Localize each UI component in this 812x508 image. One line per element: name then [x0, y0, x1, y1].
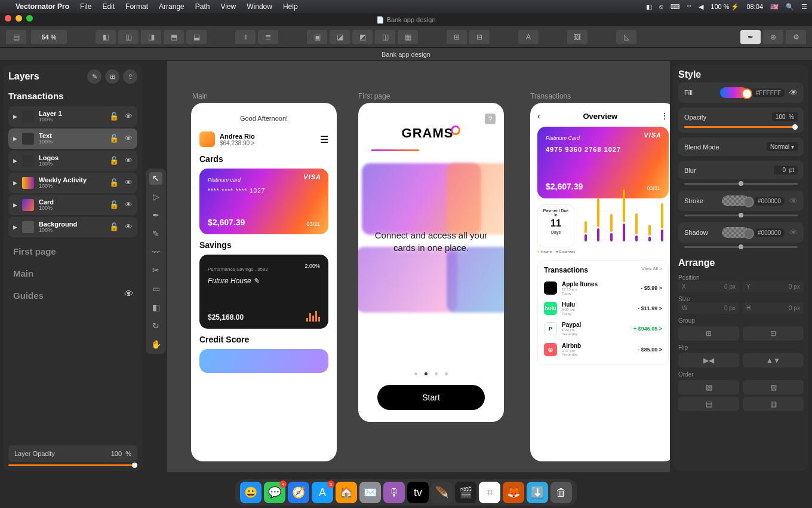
- layer-row[interactable]: ▶ Card 100% 🔓👁: [8, 195, 137, 215]
- stroke-swatch[interactable]: [722, 195, 749, 206]
- keyboard-icon[interactable]: ⌨: [670, 3, 680, 11]
- lock-icon[interactable]: 🔓: [109, 134, 119, 143]
- flip-h-btn[interactable]: ▶◀: [678, 353, 739, 368]
- brush-tool[interactable]: 〰: [149, 246, 162, 258]
- image-button[interactable]: 🖼: [567, 30, 588, 44]
- order-back-btn[interactable]: ▧: [678, 380, 739, 394]
- style-tab-button[interactable]: ✒: [740, 30, 761, 44]
- settings-button[interactable]: ⚙: [786, 30, 806, 44]
- dock-app[interactable]: tv: [407, 482, 429, 503]
- visibility-icon[interactable]: 👁: [125, 200, 133, 209]
- shadow-slider[interactable]: [684, 246, 798, 248]
- layers-section-title[interactable]: Transactions: [8, 91, 137, 101]
- ungroup-button[interactable]: ⊟: [469, 30, 490, 44]
- blend-select[interactable]: Normal ▾: [767, 142, 798, 151]
- align-left-button[interactable]: ◧: [96, 30, 116, 44]
- select-tool[interactable]: ↖: [149, 172, 162, 185]
- size-w-field[interactable]: W0 px: [678, 302, 739, 314]
- order-front-btn[interactable]: ▨: [743, 380, 804, 394]
- menu-edit[interactable]: Edit: [102, 2, 115, 11]
- dock-app[interactable]: ⌗: [479, 482, 500, 503]
- bool-exclude-button[interactable]: ◫: [375, 30, 395, 44]
- hand-tool[interactable]: ✋: [149, 338, 162, 350]
- expand-icon[interactable]: ▶: [13, 202, 17, 208]
- add-button[interactable]: ⊕: [763, 30, 783, 44]
- layer-row[interactable]: ▶ Weekly Activity 100% 🔓👁: [8, 173, 137, 193]
- dock-app[interactable]: 🧭: [288, 482, 309, 503]
- distribute-h-button[interactable]: ⦀: [235, 30, 256, 44]
- close-window-icon[interactable]: [5, 15, 11, 22]
- visibility-icon[interactable]: 👁: [125, 156, 133, 165]
- app-name[interactable]: Vectornator Pro: [16, 2, 69, 11]
- canvas[interactable]: Main First page Transactions Good Aftern…: [167, 61, 670, 472]
- expand-icon[interactable]: ▶: [13, 114, 17, 120]
- align-top-button[interactable]: ⬒: [164, 30, 184, 44]
- traffic-lights[interactable]: [5, 15, 33, 22]
- dock-app[interactable]: 🪶: [431, 482, 453, 503]
- layer-row[interactable]: ▶ Background 100% 🔓👁: [8, 217, 137, 237]
- bool-intersect-button[interactable]: ◩: [352, 30, 373, 44]
- layer-row[interactable]: ▶ Layer 1 100% 🔓👁: [8, 106, 137, 127]
- dock-app[interactable]: A5: [312, 482, 333, 503]
- artboard-label-tx[interactable]: Transactions: [530, 92, 571, 100]
- distribute-v-button[interactable]: ≣: [258, 30, 278, 44]
- fill-visibility-icon[interactable]: 👁: [789, 88, 798, 97]
- artboard-transactions[interactable]: ‹ Overview ⋮ VISA Platinum Card 4975 936…: [530, 103, 670, 461]
- menu-arrange[interactable]: Arrange: [159, 2, 184, 11]
- lock-icon[interactable]: 🔓: [109, 156, 119, 165]
- expand-icon[interactable]: ▶: [13, 224, 17, 230]
- visibility-icon[interactable]: 👁: [125, 134, 133, 143]
- fill-hex[interactable]: #FFFFFF: [752, 88, 785, 97]
- ungroup-btn[interactable]: ⊟: [743, 326, 804, 341]
- group-button[interactable]: ⊞: [447, 30, 467, 44]
- shape-tool[interactable]: ▭: [149, 283, 162, 295]
- shadow-swatch[interactable]: [722, 227, 749, 238]
- stroke-visibility-icon[interactable]: 👁: [789, 196, 798, 206]
- layer-section[interactable]: Guides: [13, 290, 44, 301]
- lock-icon[interactable]: 🔓: [109, 222, 119, 231]
- scissors-tool[interactable]: ✂: [149, 264, 162, 277]
- align-bottom-button[interactable]: ⬓: [186, 30, 207, 44]
- dock-app[interactable]: 🦊: [503, 482, 524, 503]
- creative-cloud-icon[interactable]: ◧: [646, 3, 652, 11]
- align-right-button[interactable]: ◨: [141, 30, 161, 44]
- control-center-icon[interactable]: ☰: [801, 3, 807, 11]
- layer-row[interactable]: ▶ Logos 100% 🔓👁: [8, 151, 137, 171]
- menu-file[interactable]: File: [80, 2, 91, 11]
- dock-app[interactable]: 🗑: [550, 482, 572, 503]
- document-tab[interactable]: Bank app design: [0, 48, 812, 61]
- visibility-icon[interactable]: 👁: [125, 178, 133, 187]
- shadow-hex[interactable]: #000000: [754, 228, 785, 237]
- lock-icon[interactable]: 🔓: [109, 112, 119, 121]
- blur-value[interactable]: 0 pt: [774, 166, 798, 175]
- stroke-slider[interactable]: [684, 215, 798, 216]
- size-h-field[interactable]: H0 px: [743, 302, 804, 314]
- dock-app[interactable]: 💬4: [264, 482, 285, 503]
- expand-icon[interactable]: ▶: [13, 136, 17, 142]
- volume-icon[interactable]: ◀: [699, 3, 703, 11]
- flag-icon[interactable]: 🇺🇸: [770, 3, 779, 11]
- artboard-label-first[interactable]: First page: [358, 92, 390, 100]
- opacity-slider[interactable]: [684, 126, 798, 128]
- pos-y-field[interactable]: Y0 px: [743, 281, 804, 292]
- dock-app[interactable]: 😀: [240, 482, 262, 503]
- visibility-icon[interactable]: 👁: [124, 289, 134, 299]
- dock-app[interactable]: 🎙: [383, 482, 405, 503]
- dock-app[interactable]: 🎬: [455, 482, 476, 503]
- visibility-icon[interactable]: 👁: [125, 222, 133, 231]
- pos-x-field[interactable]: X0 px: [678, 281, 739, 292]
- menu-format[interactable]: Format: [125, 2, 148, 11]
- zoom-level[interactable]: 54 %: [31, 30, 67, 44]
- expand-icon[interactable]: ▶: [13, 180, 17, 186]
- dock-app[interactable]: ✉️: [359, 482, 381, 503]
- rotate-tool[interactable]: ↻: [149, 319, 162, 332]
- node-tool[interactable]: ▷: [149, 191, 162, 203]
- blur-slider[interactable]: [684, 183, 798, 185]
- pencil-tool[interactable]: ✎: [149, 227, 162, 240]
- artboard-first-page[interactable]: ? GRAMS Connect and access all your card…: [358, 103, 504, 422]
- dock-app[interactable]: 🏠: [336, 482, 357, 503]
- lock-icon[interactable]: 🔓: [109, 178, 119, 187]
- bool-subtract-button[interactable]: ◪: [330, 30, 350, 44]
- edit-layer-icon[interactable]: ✎: [87, 69, 102, 84]
- menu-window[interactable]: Window: [247, 2, 272, 11]
